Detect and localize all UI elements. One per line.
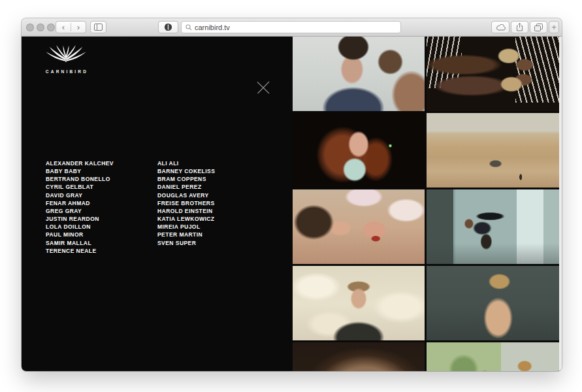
scrollbar-gutter [559,37,562,371]
director-link[interactable]: BABY BABY [46,167,114,175]
close-window-button[interactable] [26,24,34,31]
minimize-window-button[interactable] [37,24,44,31]
video-thumbnail-dancer-balancing-in-room[interactable] [427,189,559,264]
close-icon [256,80,270,95]
video-thumbnail-girl-blowing-bubblegum[interactable] [293,113,425,188]
directors-column-1: ALEXANDER KALCHEV BABY BABY BERTRAND BON… [46,159,114,255]
director-link[interactable]: LOLA DOILLON [46,223,114,231]
share-button[interactable] [511,21,528,33]
video-thumbnail-grid [293,37,559,371]
knife-wings-icon [44,44,88,69]
back-button[interactable]: ‹ [56,23,71,31]
director-link[interactable]: BARNEY COKELISS [157,167,215,175]
director-link[interactable]: JUSTIN REARDON [46,215,114,223]
safari-window: ‹ › carnibird.tv [22,18,562,371]
extension-button[interactable] [158,21,178,33]
directors-column-2: ALI ALI BARNEY COKELISS BRAM COPPENS DAN… [157,159,215,247]
director-link[interactable]: DOUGLAS AVERY [157,191,215,199]
tabs-overview-icon [534,24,543,31]
page-content: CARNIBIRD ALEXANDER KALCHEV BABY BABY BE… [22,37,562,371]
new-tab-button[interactable]: + [549,21,559,33]
sidebar-icon [94,24,103,31]
director-link[interactable]: ALEXANDER KALCHEV [46,159,114,167]
video-thumbnail-two-women-reclining[interactable] [427,37,559,111]
director-link[interactable]: PAUL MINOR [46,231,114,238]
director-link[interactable]: ALI ALI [157,159,215,167]
director-link[interactable]: PETER MARTIN [157,231,215,238]
video-thumbnail-seated-man-from-behind[interactable] [427,266,559,340]
close-overlay-button[interactable] [255,79,272,96]
forward-button[interactable]: › [71,23,86,31]
director-link[interactable]: HAROLD EINSTEIN [157,207,215,215]
search-icon [186,24,192,31]
director-link[interactable]: FENAR AHMAD [46,199,114,207]
icloud-tabs-button[interactable] [491,21,509,33]
directors-overlay-panel: CARNIBIRD ALEXANDER KALCHEV BABY BABY BE… [22,37,293,371]
zoom-window-button[interactable] [47,24,55,31]
show-all-tabs-button[interactable] [530,21,547,33]
logo-wordmark: CARNIBIRD [43,69,89,74]
director-link[interactable]: GREG GRAY [46,207,114,215]
director-link[interactable]: DANIEL PEREZ [157,183,215,191]
director-link[interactable]: KATIA LEWKOWICZ [157,215,215,223]
director-link[interactable]: FREISE BROTHERS [157,199,215,207]
director-link[interactable]: MIREIA PUJOL [157,223,215,231]
director-link[interactable]: DAVID GRAY [46,191,114,199]
video-thumbnail-elderly-man-closeup[interactable] [293,342,425,371]
nav-button-group: ‹ › [56,21,86,33]
carnibird-logo[interactable]: CARNIBIRD [43,44,89,74]
director-link[interactable]: BERTRAND BONELLO [46,175,114,183]
share-icon [516,23,523,31]
video-thumbnail-woman-in-clouds[interactable] [293,266,425,340]
extension-icon [164,23,172,31]
video-thumbnail-couple-laughing-in-bed[interactable] [293,189,425,264]
director-link[interactable]: BRAM COPPENS [157,175,215,183]
video-thumbnail-couple-talking-by-window[interactable] [427,342,559,371]
director-link[interactable]: SAMIR MALLAL [46,239,114,247]
video-thumbnail-desert-dunes[interactable] [427,113,559,188]
url-text: carnibird.tv [195,24,230,31]
director-link[interactable]: CYRIL GELBLAT [46,183,114,191]
address-bar[interactable]: carnibird.tv [181,21,401,33]
browser-toolbar: ‹ › carnibird.tv [22,18,562,37]
video-thumbnail-teen-in-store[interactable] [293,37,425,111]
director-link[interactable]: SVEN SUPER [157,239,215,247]
desktop-background: ‹ › carnibird.tv [0,0,582,392]
cloud-icon [496,24,506,31]
director-link[interactable]: TERENCE NEALE [46,247,114,255]
sidebar-button[interactable] [90,21,106,33]
